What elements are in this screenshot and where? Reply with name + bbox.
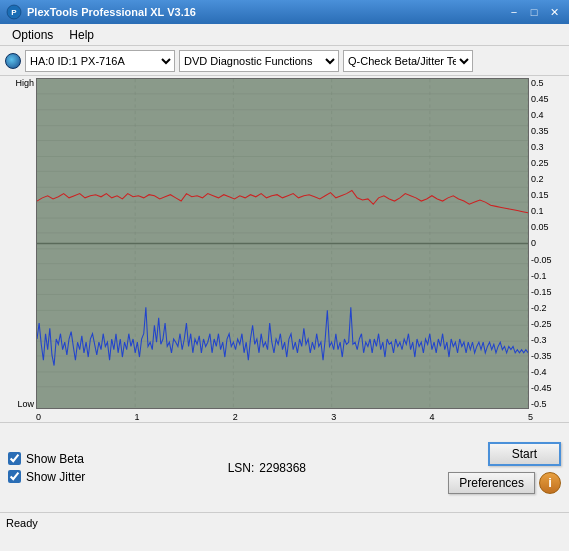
- y-right-12: -0.1: [531, 271, 547, 281]
- title-bar-controls: − □ ✕: [505, 4, 563, 20]
- y-right-3: 0.35: [531, 126, 549, 136]
- show-beta-label: Show Beta: [26, 452, 84, 466]
- menu-help[interactable]: Help: [61, 26, 102, 44]
- y-right-19: -0.45: [531, 383, 552, 393]
- title-bar: P PlexTools Professional XL V3.16 − □ ✕: [0, 0, 569, 24]
- y-left-high: High: [15, 78, 34, 88]
- drive-select[interactable]: HA:0 ID:1 PX-716A: [25, 50, 175, 72]
- status-text: Ready: [6, 517, 38, 529]
- lsn-value: 2298368: [259, 461, 306, 475]
- x-label-5: 5: [528, 412, 533, 422]
- drive-icon: [5, 53, 21, 69]
- maximize-button[interactable]: □: [525, 4, 543, 20]
- y-right-4: 0.3: [531, 142, 544, 152]
- menu-bar: Options Help: [0, 24, 569, 46]
- x-axis: 0 1 2 3 4 5: [0, 411, 569, 422]
- title-bar-left: P PlexTools Professional XL V3.16: [6, 4, 196, 20]
- function-select[interactable]: DVD Diagnostic Functions: [179, 50, 339, 72]
- toolbar: HA:0 ID:1 PX-716A DVD Diagnostic Functio…: [0, 46, 569, 76]
- status-bar: Ready: [0, 512, 569, 532]
- y-left-low: Low: [17, 399, 34, 409]
- y-right-17: -0.35: [531, 351, 552, 361]
- show-beta-row: Show Beta: [8, 452, 85, 466]
- x-label-3: 3: [331, 412, 336, 422]
- y-right-1: 0.45: [531, 94, 549, 104]
- close-button[interactable]: ✕: [545, 4, 563, 20]
- chart-wrapper: High Low: [0, 76, 569, 411]
- svg-text:P: P: [11, 8, 17, 17]
- y-right-18: -0.4: [531, 367, 547, 377]
- chart-svg: [36, 78, 529, 409]
- show-jitter-row: Show Jitter: [8, 470, 85, 484]
- y-right-13: -0.15: [531, 287, 552, 297]
- y-right-2: 0.4: [531, 110, 544, 120]
- y-right-10: 0: [531, 238, 536, 248]
- title-text: PlexTools Professional XL V3.16: [27, 6, 196, 18]
- x-label-4: 4: [430, 412, 435, 422]
- y-right-11: -0.05: [531, 255, 552, 265]
- lsn-label: LSN:: [228, 461, 255, 475]
- y-right-20: -0.5: [531, 399, 547, 409]
- y-axis-right: 0.5 0.45 0.4 0.35 0.3 0.25 0.2 0.15 0.1 …: [529, 78, 565, 409]
- x-label-0: 0: [36, 412, 41, 422]
- show-jitter-checkbox[interactable]: [8, 470, 21, 483]
- menu-options[interactable]: Options: [4, 26, 61, 44]
- info-button[interactable]: i: [539, 472, 561, 494]
- start-button[interactable]: Start: [488, 442, 561, 466]
- test-select[interactable]: Q-Check Beta/Jitter Test: [343, 50, 473, 72]
- minimize-button[interactable]: −: [505, 4, 523, 20]
- button-area: Start Preferences i: [448, 442, 561, 494]
- show-beta-checkbox[interactable]: [8, 452, 21, 465]
- y-right-15: -0.25: [531, 319, 552, 329]
- x-label-2: 2: [233, 412, 238, 422]
- lsn-area: LSN: 2298368: [228, 461, 306, 475]
- y-right-0: 0.5: [531, 78, 544, 88]
- y-axis-left: High Low: [4, 78, 36, 409]
- chart-svg-element: [37, 79, 528, 408]
- app-icon: P: [6, 4, 22, 20]
- y-right-5: 0.25: [531, 158, 549, 168]
- pref-row: Preferences i: [448, 472, 561, 494]
- preferences-button[interactable]: Preferences: [448, 472, 535, 494]
- y-right-14: -0.2: [531, 303, 547, 313]
- y-right-16: -0.3: [531, 335, 547, 345]
- x-label-1: 1: [134, 412, 139, 422]
- checkbox-area: Show Beta Show Jitter: [8, 452, 85, 484]
- y-right-7: 0.15: [531, 190, 549, 200]
- y-right-8: 0.1: [531, 206, 544, 216]
- show-jitter-label: Show Jitter: [26, 470, 85, 484]
- y-right-9: 0.05: [531, 222, 549, 232]
- y-right-6: 0.2: [531, 174, 544, 184]
- bottom-panel: Show Beta Show Jitter LSN: 2298368 Start…: [0, 422, 569, 512]
